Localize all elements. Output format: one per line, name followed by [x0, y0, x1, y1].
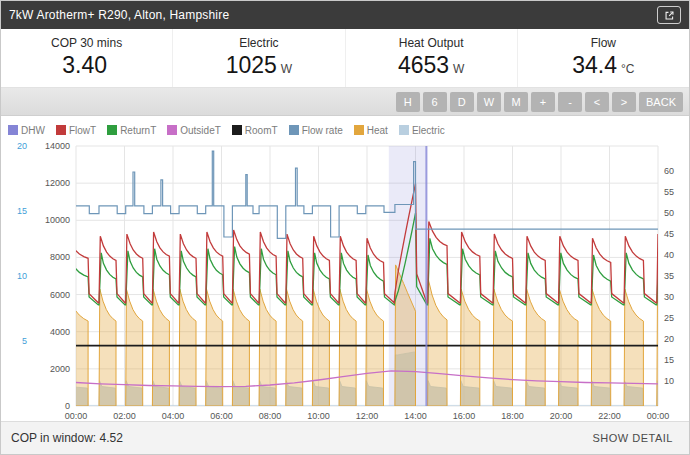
svg-text:55: 55 — [664, 187, 674, 197]
flow-t-swatch-icon — [56, 125, 66, 135]
heat-area — [232, 289, 249, 406]
heat-area — [126, 289, 143, 406]
svg-text:15: 15 — [17, 206, 27, 216]
svg-text:20: 20 — [17, 141, 27, 151]
share-button[interactable] — [657, 6, 681, 24]
heat-area — [339, 289, 356, 406]
stat-label: Electric — [173, 36, 344, 50]
dhw-swatch-icon — [8, 125, 18, 135]
heat-area — [428, 280, 447, 406]
legend-item-heat[interactable]: Heat — [354, 125, 388, 136]
svg-text:45: 45 — [664, 229, 674, 239]
heat-area — [493, 289, 512, 406]
toolbar-button-6h[interactable]: 6 — [423, 92, 447, 112]
heatpump-chart[interactable]: 0200040006000800010000120001400051015201… — [1, 140, 690, 428]
outside-t-swatch-icon — [167, 125, 177, 135]
heatpump-app: 7kW Arotherm+ R290, Alton, Hampshire COP… — [0, 0, 690, 455]
heat-area — [559, 289, 578, 406]
electric-swatch-icon — [399, 125, 409, 135]
pan-right-button[interactable]: > — [612, 92, 636, 112]
heat-area — [259, 289, 276, 406]
svg-text:30: 30 — [664, 292, 674, 302]
svg-text:06:00: 06:00 — [210, 411, 233, 421]
svg-text:16:00: 16:00 — [453, 411, 476, 421]
legend-item-room-t[interactable]: RoomT — [232, 125, 278, 136]
stat-unit: °C — [621, 62, 634, 76]
svg-text:22:00: 22:00 — [598, 411, 621, 421]
stat-value: 4653W — [346, 52, 517, 79]
svg-text:2000: 2000 — [50, 364, 70, 374]
heat-swatch-icon — [354, 125, 364, 135]
svg-text:50: 50 — [664, 208, 674, 218]
toolbar-button-month[interactable]: M — [504, 92, 528, 112]
heat-area — [624, 289, 643, 406]
heat-area — [179, 289, 196, 406]
svg-text:00:00: 00:00 — [647, 411, 670, 421]
svg-text:10: 10 — [17, 271, 27, 281]
svg-text:15: 15 — [664, 355, 674, 365]
heat-area — [366, 289, 384, 406]
svg-text:14:00: 14:00 — [404, 411, 427, 421]
heat-area — [206, 289, 223, 406]
chart-legend: DHW FlowT ReturnT OutsideT RoomT Flow ra… — [1, 116, 689, 140]
heat-area — [526, 289, 545, 406]
svg-text:25: 25 — [664, 313, 674, 323]
stat-unit: W — [281, 62, 292, 76]
stat-label: COP 30 mins — [1, 36, 172, 50]
show-detail-button[interactable]: SHOW DETAIL — [587, 431, 679, 445]
heat-area — [152, 289, 169, 406]
heat-area — [312, 289, 329, 406]
heat-area — [65, 289, 88, 406]
pan-left-button[interactable]: < — [585, 92, 609, 112]
svg-text:40: 40 — [664, 250, 674, 260]
page-title: 7kW Arotherm+ R290, Alton, Hampshire — [9, 8, 229, 22]
toolbar-button-week[interactable]: W — [477, 92, 501, 112]
legend-item-dhw[interactable]: DHW — [8, 125, 45, 136]
heat-area — [460, 289, 479, 406]
room-t-swatch-icon — [232, 125, 242, 135]
svg-text:10000: 10000 — [45, 215, 70, 225]
toolbar-button-day[interactable]: D — [450, 92, 474, 112]
footer-bar: COP in window: 4.52 SHOW DETAIL — [1, 421, 689, 454]
flow-rate-swatch-icon — [289, 125, 299, 135]
svg-text:12000: 12000 — [45, 178, 70, 188]
stat-unit: W — [453, 62, 464, 76]
legend-item-outside-t[interactable]: OutsideT — [167, 125, 221, 136]
svg-text:6000: 6000 — [50, 290, 70, 300]
return-temp-line — [65, 213, 677, 305]
stat-value: 1025W — [173, 52, 344, 79]
zoom-in-button[interactable]: + — [531, 92, 555, 112]
app-header: 7kW Arotherm+ R290, Alton, Hampshire — [1, 1, 689, 29]
chart-panel: DHW FlowT ReturnT OutsideT RoomT Flow ra… — [1, 116, 689, 421]
zoom-out-button[interactable]: - — [558, 92, 582, 112]
back-button[interactable]: BACK — [639, 92, 683, 112]
toolbar-button-hour[interactable]: H — [396, 92, 420, 112]
svg-text:18:00: 18:00 — [501, 411, 524, 421]
cop-window-text: COP in window: 4.52 — [11, 431, 123, 445]
stat-electric: Electric 1025W — [172, 29, 344, 87]
svg-text:00:00: 00:00 — [65, 411, 88, 421]
stat-flow-temp: Flow 34.4°C — [517, 29, 689, 87]
stat-cop: COP 30 mins 3.40 — [1, 29, 172, 87]
svg-text:04:00: 04:00 — [162, 411, 185, 421]
svg-text:12:00: 12:00 — [356, 411, 379, 421]
return-t-swatch-icon — [107, 125, 117, 135]
stat-value: 3.40 — [1, 52, 172, 79]
svg-text:14000: 14000 — [45, 141, 70, 151]
stats-bar: COP 30 mins 3.40 Electric 1025W Heat Out… — [1, 29, 689, 88]
legend-item-electric[interactable]: Electric — [399, 125, 445, 136]
svg-text:5: 5 — [22, 336, 27, 346]
legend-item-flow-rate[interactable]: Flow rate — [289, 125, 343, 136]
stat-value: 34.4°C — [518, 52, 689, 79]
svg-text:02:00: 02:00 — [113, 411, 136, 421]
svg-text:10: 10 — [664, 376, 674, 386]
heat-area — [99, 289, 116, 406]
svg-text:35: 35 — [664, 271, 674, 281]
svg-text:60: 60 — [664, 166, 674, 176]
heat-area — [286, 289, 303, 406]
stat-heat-output: Heat Output 4653W — [345, 29, 517, 87]
legend-item-flow-t[interactable]: FlowT — [56, 125, 96, 136]
heat-area — [657, 289, 676, 406]
legend-item-return-t[interactable]: ReturnT — [107, 125, 156, 136]
plot-area — [65, 146, 677, 406]
